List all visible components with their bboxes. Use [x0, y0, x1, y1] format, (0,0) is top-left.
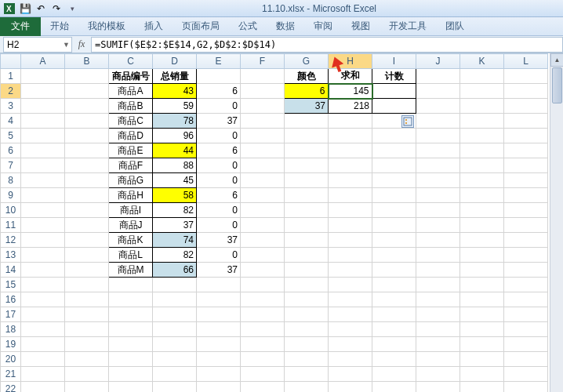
cell-K15[interactable] — [460, 278, 504, 292]
cell-C2[interactable]: 商品A — [109, 84, 153, 99]
row-header[interactable]: 9 — [1, 188, 21, 203]
cell-D1[interactable]: 总销量 — [153, 69, 197, 84]
tab-view[interactable]: 视图 — [342, 16, 380, 36]
cell-I3[interactable] — [372, 99, 416, 114]
cell-G17[interactable] — [285, 307, 329, 322]
cell-E19[interactable] — [197, 337, 241, 352]
cell-F12[interactable] — [241, 233, 285, 248]
cell-F15[interactable] — [241, 278, 285, 292]
cell-D8[interactable]: 45 — [153, 173, 197, 188]
tab-review[interactable]: 审阅 — [304, 16, 342, 36]
cell-J21[interactable] — [416, 367, 460, 382]
cell-J11[interactable] — [416, 218, 460, 233]
select-all-corner[interactable] — [1, 54, 21, 69]
cell-D13[interactable]: 82 — [153, 248, 197, 263]
cell-K16[interactable] — [460, 292, 504, 307]
cell-K17[interactable] — [460, 307, 504, 322]
cell-J14[interactable] — [416, 263, 460, 278]
cell-B18[interactable] — [65, 322, 109, 337]
cell-K11[interactable] — [460, 218, 504, 233]
cell-L2[interactable] — [504, 84, 548, 99]
cell-A4[interactable] — [21, 114, 65, 129]
cell-A6[interactable] — [21, 143, 65, 158]
cell-F21[interactable] — [241, 367, 285, 382]
cell-F17[interactable] — [241, 307, 285, 322]
tab-team[interactable]: 团队 — [436, 16, 474, 36]
cell-L19[interactable] — [504, 337, 548, 352]
cell-J2[interactable] — [416, 84, 460, 99]
cell-J3[interactable] — [416, 99, 460, 114]
cell-C10[interactable]: 商品I — [109, 203, 153, 218]
cell-A11[interactable] — [21, 218, 65, 233]
cell-E5[interactable]: 0 — [197, 129, 241, 143]
cell-A5[interactable] — [21, 129, 65, 143]
cell-E4[interactable]: 37 — [197, 114, 241, 129]
cell-B15[interactable] — [65, 278, 109, 292]
cell-G2[interactable]: 6 — [285, 84, 329, 99]
cell-J1[interactable] — [416, 69, 460, 84]
cell-L14[interactable] — [504, 263, 548, 278]
col-header-L[interactable]: L — [504, 54, 548, 69]
cell-F11[interactable] — [241, 218, 285, 233]
spreadsheet-grid[interactable]: ABCDEFGHIJKL 1商品编号总销量颜色求和计数2商品A43661453商… — [0, 53, 548, 392]
cell-F9[interactable] — [241, 188, 285, 203]
cell-G16[interactable] — [285, 292, 329, 307]
cell-J20[interactable] — [416, 352, 460, 367]
cell-C1[interactable]: 商品编号 — [109, 69, 153, 84]
cell-H8[interactable] — [329, 173, 372, 188]
cell-J6[interactable] — [416, 143, 460, 158]
cell-E6[interactable]: 6 — [197, 143, 241, 158]
cell-H7[interactable] — [329, 158, 372, 173]
cell-C8[interactable]: 商品G — [109, 173, 153, 188]
col-header-A[interactable]: A — [21, 54, 65, 69]
cell-E7[interactable]: 0 — [197, 158, 241, 173]
row-header[interactable]: 2 — [1, 84, 21, 99]
cell-I8[interactable] — [372, 173, 416, 188]
cell-E17[interactable] — [197, 307, 241, 322]
row-header[interactable]: 12 — [1, 233, 21, 248]
cell-G10[interactable] — [285, 203, 329, 218]
cell-B12[interactable] — [65, 233, 109, 248]
cell-L9[interactable] — [504, 188, 548, 203]
cell-G18[interactable] — [285, 322, 329, 337]
cell-D21[interactable] — [153, 367, 197, 382]
cell-H18[interactable] — [329, 322, 372, 337]
cell-A14[interactable] — [21, 263, 65, 278]
cell-A12[interactable] — [21, 233, 65, 248]
cell-E10[interactable]: 0 — [197, 203, 241, 218]
cell-L15[interactable] — [504, 278, 548, 292]
cell-B13[interactable] — [65, 248, 109, 263]
cell-A17[interactable] — [21, 307, 65, 322]
cell-K10[interactable] — [460, 203, 504, 218]
cell-J4[interactable] — [416, 114, 460, 129]
cell-K12[interactable] — [460, 233, 504, 248]
row-header[interactable]: 21 — [1, 367, 21, 382]
cell-E14[interactable]: 37 — [197, 263, 241, 278]
tab-data[interactable]: 数据 — [267, 16, 304, 36]
cell-F22[interactable] — [241, 382, 285, 393]
cell-A15[interactable] — [21, 278, 65, 292]
cell-F8[interactable] — [241, 173, 285, 188]
row-header[interactable]: 1 — [1, 69, 21, 84]
cell-F1[interactable] — [241, 69, 285, 84]
cell-E12[interactable]: 37 — [197, 233, 241, 248]
cell-C20[interactable] — [109, 352, 153, 367]
cell-B3[interactable] — [65, 99, 109, 114]
cell-A1[interactable] — [21, 69, 65, 84]
cell-G22[interactable] — [285, 382, 329, 393]
row-header[interactable]: 11 — [1, 218, 21, 233]
cell-E18[interactable] — [197, 322, 241, 337]
cell-F10[interactable] — [241, 203, 285, 218]
row-header[interactable]: 8 — [1, 173, 21, 188]
cell-K5[interactable] — [460, 129, 504, 143]
fx-icon[interactable]: fx — [72, 38, 91, 50]
file-tab[interactable]: 文件 — [0, 17, 41, 36]
cell-A19[interactable] — [21, 337, 65, 352]
cell-H12[interactable] — [329, 233, 372, 248]
cell-H17[interactable] — [329, 307, 372, 322]
cell-A20[interactable] — [21, 352, 65, 367]
cell-C16[interactable] — [109, 292, 153, 307]
cell-B19[interactable] — [65, 337, 109, 352]
cell-C7[interactable]: 商品F — [109, 158, 153, 173]
cell-K20[interactable] — [460, 352, 504, 367]
